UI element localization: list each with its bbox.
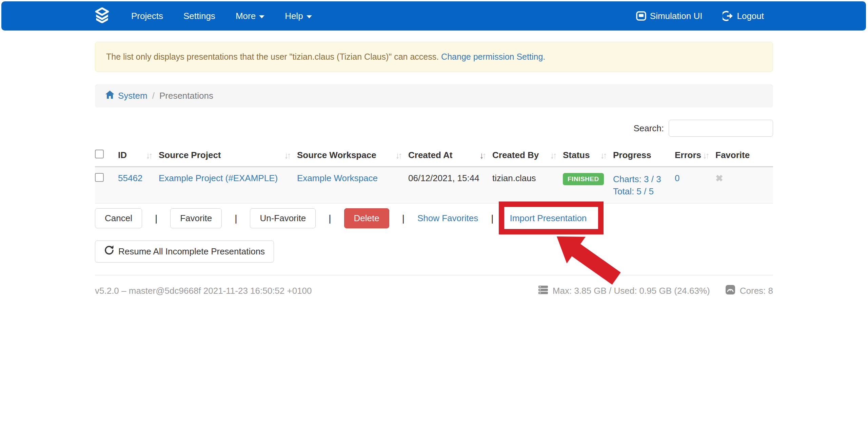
actions-toolbar: Cancel | Favorite | Un-Favorite | Delete… bbox=[95, 208, 773, 228]
app-logo[interactable] bbox=[95, 7, 110, 24]
favorite-button[interactable]: Favorite bbox=[170, 208, 222, 228]
chevron-down-icon bbox=[307, 15, 312, 18]
memory-status-text: Max: 3.85 GB / Used: 0.95 GB (24.63%) bbox=[553, 286, 710, 296]
nav-projects-label: Projects bbox=[131, 11, 163, 21]
resume-row: Resume All Incomplete Presentations bbox=[95, 241, 773, 263]
search-label: Search: bbox=[633, 123, 664, 134]
nav-settings[interactable]: Settings bbox=[173, 1, 225, 31]
resume-all-button[interactable]: Resume All Incomplete Presentations bbox=[95, 241, 274, 263]
separator: | bbox=[491, 213, 493, 224]
nav-more[interactable]: More bbox=[225, 1, 275, 31]
logout-icon bbox=[723, 11, 733, 21]
select-all-checkbox[interactable] bbox=[95, 150, 104, 158]
nav-more-label: More bbox=[236, 11, 256, 21]
status-badge: FINISHED bbox=[563, 173, 604, 185]
nav-help[interactable]: Help bbox=[275, 1, 322, 31]
footer: v5.2.0 – master@5dc9668f 2021-11-23 16:5… bbox=[95, 284, 773, 298]
navbar-inner: Projects Settings More Help Simulation U… bbox=[95, 1, 773, 31]
presentations-table: ID↓↑ Source Project↓↑ Source Workspace↓↑… bbox=[95, 146, 773, 204]
breadcrumb-system-label: System bbox=[118, 91, 147, 101]
memory-status: Max: 3.85 GB / Used: 0.95 GB (24.63%) bbox=[538, 284, 710, 298]
separator: | bbox=[402, 213, 405, 224]
row-progress-total-link[interactable]: Total: 5 / 5 bbox=[613, 186, 654, 196]
nav-logout-label: Logout bbox=[737, 11, 764, 21]
breadcrumb-system[interactable]: System bbox=[105, 90, 147, 101]
sort-icon[interactable]: ↓↑ bbox=[284, 151, 290, 160]
footer-right: Max: 3.85 GB / Used: 0.95 GB (24.63%) Co… bbox=[538, 284, 773, 298]
row-source-project-link[interactable]: Example Project (#EXAMPLE) bbox=[159, 173, 278, 183]
column-header-favorite: Favorite bbox=[715, 150, 750, 160]
row-created-by: tizian.claus bbox=[492, 173, 536, 183]
breadcrumb: System / Presentations bbox=[95, 84, 773, 108]
table-row: 55462 Example Project (#EXAMPLE) Example… bbox=[95, 167, 773, 204]
column-header-errors[interactable]: Errors bbox=[675, 150, 701, 160]
sort-icon[interactable]: ↓↑ bbox=[550, 151, 555, 160]
search-row: Search: bbox=[95, 120, 773, 137]
unfavorite-button[interactable]: Un-Favorite bbox=[250, 208, 316, 228]
app-window-icon bbox=[636, 11, 647, 21]
column-header-source-project[interactable]: Source Project bbox=[159, 150, 221, 160]
show-favorites-link[interactable]: Show Favorites bbox=[417, 213, 478, 224]
row-created-at: 06/12/2021, 15:44 bbox=[408, 173, 479, 183]
breadcrumb-current: Presentations bbox=[159, 91, 213, 101]
row-source-workspace-link[interactable]: Example Workspace bbox=[297, 173, 378, 183]
cores-status-text: Cores: 8 bbox=[740, 286, 773, 296]
layers-logo-icon bbox=[95, 7, 110, 24]
chevron-down-icon bbox=[259, 15, 264, 18]
gauge-icon bbox=[725, 284, 736, 298]
column-header-created-at[interactable]: Created At bbox=[408, 150, 453, 160]
navbar: Projects Settings More Help Simulation U… bbox=[1, 1, 866, 31]
nav-help-label: Help bbox=[285, 11, 303, 21]
permission-alert-text: The list only displays presentations tha… bbox=[106, 52, 441, 61]
navbar-menu: Projects Settings More Help bbox=[121, 1, 322, 31]
separator: | bbox=[235, 213, 237, 224]
separator: | bbox=[155, 213, 157, 224]
resume-all-label: Resume All Incomplete Presentations bbox=[118, 246, 265, 257]
sort-icon[interactable]: ↓↑ bbox=[395, 151, 401, 160]
import-presentation-link[interactable]: Import Presentation bbox=[510, 213, 587, 223]
delete-button[interactable]: Delete bbox=[344, 208, 389, 228]
permission-alert: The list only displays presentations tha… bbox=[95, 42, 773, 72]
home-icon bbox=[105, 90, 115, 101]
column-header-status[interactable]: Status bbox=[563, 150, 590, 160]
main-content: The list only displays presentations tha… bbox=[95, 42, 773, 298]
nav-simulation-ui-label: Simulation UI bbox=[650, 11, 703, 21]
version-text: v5.2.0 – master@5dc9668f 2021-11-23 16:5… bbox=[95, 286, 312, 296]
import-presentation-wrap: Import Presentation bbox=[506, 213, 590, 224]
search-input[interactable] bbox=[669, 120, 773, 137]
column-header-created-by[interactable]: Created By bbox=[492, 150, 539, 160]
sort-icon[interactable]: ↓↑ bbox=[600, 151, 606, 160]
sort-desc-active-icon[interactable]: ↓↑ bbox=[479, 151, 485, 160]
breadcrumb-separator: / bbox=[152, 91, 155, 101]
server-memory-icon bbox=[538, 284, 549, 298]
navbar-right: Simulation UI Logout bbox=[636, 11, 773, 21]
change-permission-link[interactable]: Change permission Setting. bbox=[441, 52, 545, 61]
row-errors-link[interactable]: 0 bbox=[675, 173, 679, 183]
nav-projects[interactable]: Projects bbox=[121, 1, 173, 31]
row-checkbox[interactable] bbox=[95, 173, 104, 182]
sort-icon[interactable]: ↓↑ bbox=[703, 151, 708, 160]
row-id-link[interactable]: 55462 bbox=[118, 173, 142, 183]
cores-status: Cores: 8 bbox=[725, 284, 773, 298]
separator: | bbox=[329, 213, 331, 224]
refresh-icon bbox=[104, 245, 114, 258]
nav-simulation-ui[interactable]: Simulation UI bbox=[636, 11, 703, 21]
column-header-source-workspace[interactable]: Source Workspace bbox=[297, 150, 376, 160]
column-header-id[interactable]: ID bbox=[118, 150, 127, 160]
table-header-row: ID↓↑ Source Project↓↑ Source Workspace↓↑… bbox=[95, 146, 773, 167]
row-progress-charts-link[interactable]: Charts: 3 / 3 bbox=[613, 174, 661, 184]
cancel-button[interactable]: Cancel bbox=[95, 208, 142, 228]
sort-icon[interactable]: ↓↑ bbox=[146, 151, 151, 160]
footer-divider bbox=[95, 275, 773, 275]
nav-settings-label: Settings bbox=[183, 11, 215, 21]
column-header-progress: Progress bbox=[613, 150, 651, 160]
not-favorite-x-icon[interactable]: ✖ bbox=[715, 173, 723, 184]
nav-logout[interactable]: Logout bbox=[723, 11, 764, 21]
